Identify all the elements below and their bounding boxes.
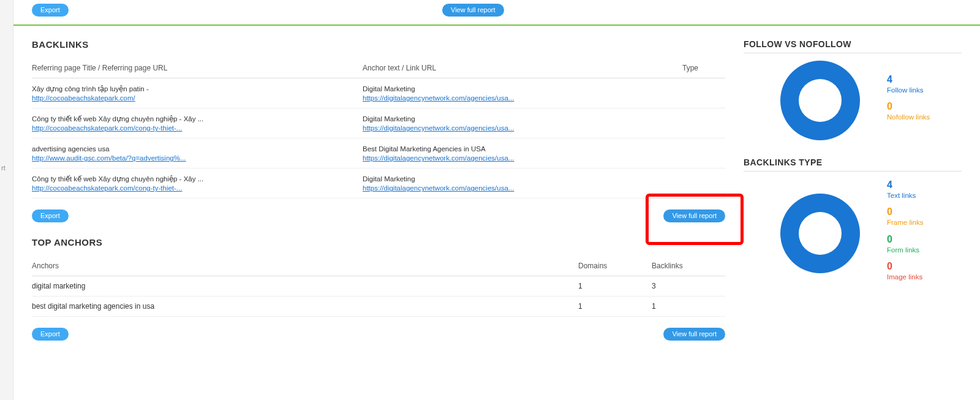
anchor-url-link[interactable]: https://digitalagencynetwork.com/agencie…	[363, 154, 514, 162]
donut-chart-bltype	[780, 194, 860, 273]
follow-links-count: 4	[887, 74, 930, 86]
top-anchors-heading: TOP ANCHORS	[32, 237, 725, 247]
frame-links-label: Frame links	[887, 218, 923, 227]
ref-url-link[interactable]: http://cocoabeachskatepark.com/cong-ty-t…	[32, 124, 182, 132]
form-links-count: 0	[887, 233, 923, 246]
ref-title: advertising agencies usa	[32, 144, 363, 154]
frame-links-count: 0	[887, 206, 923, 218]
ref-title: Xây dựng công trình tập luyện patin -	[32, 84, 363, 94]
image-links-label: Image links	[887, 273, 923, 281]
anchor-text: best digital marketing agencies in usa	[32, 302, 578, 311]
view-full-report-button-anchors[interactable]: View full report	[663, 328, 725, 341]
export-button-backlinks[interactable]: Export	[32, 209, 69, 222]
anchors-header-row: Anchors Domains Backlinks	[32, 256, 725, 276]
ref-url-link[interactable]: http://cocoabeachskatepark.com/	[32, 94, 135, 102]
backlinks-actions: Export View full report	[32, 198, 725, 237]
divider-green	[13, 25, 980, 26]
follow-heading: FOLLOW VS NOFOLLOW	[744, 39, 962, 53]
export-button-anchors[interactable]: Export	[32, 328, 69, 341]
text-links-label: Text links	[887, 191, 923, 200]
ref-title: Công ty thiết kế web Xây dựng chuyên ngh…	[32, 174, 363, 184]
col-anchor-header: Anchors	[32, 262, 578, 270]
image-links-count: 0	[887, 260, 923, 273]
domains-count: 1	[578, 282, 652, 290]
nofollow-links-label: Nofollow links	[887, 113, 930, 121]
anchors-actions: Export View full report	[32, 317, 725, 355]
anchors-table: Anchors Domains Backlinks digital market…	[32, 256, 725, 317]
table-row: digital marketing 1 3	[32, 276, 725, 296]
col-domains-header: Domains	[578, 262, 652, 270]
anchor-text: digital marketing	[32, 282, 578, 290]
anchor-title: Digital Marketing	[363, 84, 682, 94]
bltype-heading: BACKLINKS TYPE	[744, 157, 962, 172]
anchor-title: Digital Marketing	[363, 114, 682, 124]
anchor-url-link[interactable]: https://digitalagencynetwork.com/agencie…	[363, 124, 514, 132]
backlinks-heading: BACKLINKS	[32, 39, 725, 50]
export-button-top[interactable]: Export	[32, 4, 69, 17]
table-row: Công ty thiết kế web Xây dựng chuyên ngh…	[32, 108, 725, 138]
backlinks-header-row: Referring page Title / Referring page UR…	[32, 58, 725, 78]
bltype-legend: 4 Text links 0 Frame links 0 Form links	[887, 179, 923, 288]
anchor-url-link[interactable]: https://digitalagencynetwork.com/agencie…	[363, 94, 514, 102]
ref-url-link[interactable]: http://cocoabeachskatepark.com/cong-ty-t…	[32, 184, 182, 192]
follow-legend: 4 Follow links 0 Nofollow links	[887, 74, 930, 128]
view-full-report-button-top[interactable]: View full report	[442, 4, 504, 17]
col-backlinks-header: Backlinks	[652, 262, 725, 270]
view-full-report-button-backlinks[interactable]: View full report	[663, 209, 725, 222]
domains-count: 1	[578, 302, 652, 311]
ref-title: Công ty thiết kế web Xây dựng chuyên ngh…	[32, 114, 363, 124]
col-anchor-header: Anchor text / Link URL	[363, 64, 682, 72]
backlinks-count: 3	[652, 282, 725, 290]
col-type-header: Type	[682, 64, 725, 72]
table-row: Xây dựng công trình tập luyện patin - ht…	[32, 78, 725, 108]
backlinks-table: Referring page Title / Referring page UR…	[32, 58, 725, 198]
backlinks-count: 1	[652, 302, 725, 311]
table-row: Công ty thiết kế web Xây dựng chuyên ngh…	[32, 168, 725, 198]
col-ref-header: Referring page Title / Referring page UR…	[32, 64, 363, 72]
backlinks-type-widget: BACKLINKS TYPE 4 Text links 0 Frame link…	[744, 157, 962, 288]
page-content: Export View full report BACKLINKS Referr…	[13, 0, 980, 400]
sidebar-stub: rt	[0, 0, 13, 400]
anchor-title: Best Digital Marketing Agencies in USA	[363, 144, 682, 154]
table-row: advertising agencies usa http://www.audi…	[32, 138, 725, 168]
sidebar-fragment-text: rt	[1, 164, 6, 172]
table-row: best digital marketing agencies in usa 1…	[32, 296, 725, 317]
ref-url-link[interactable]: http://www.audit-gsc.com/beta/?q=adverti…	[32, 154, 186, 162]
follow-links-label: Follow links	[887, 86, 930, 94]
donut-chart-follow	[780, 61, 860, 140]
anchor-url-link[interactable]: https://digitalagencynetwork.com/agencie…	[363, 184, 514, 192]
form-links-label: Form links	[887, 246, 923, 254]
topbar: Export View full report	[13, 0, 980, 25]
nofollow-links-count: 0	[887, 100, 930, 113]
follow-vs-nofollow-widget: FOLLOW VS NOFOLLOW 4 Follow links 0 Nofo…	[744, 39, 962, 140]
anchor-title: Digital Marketing	[363, 174, 682, 184]
text-links-count: 4	[887, 179, 923, 191]
